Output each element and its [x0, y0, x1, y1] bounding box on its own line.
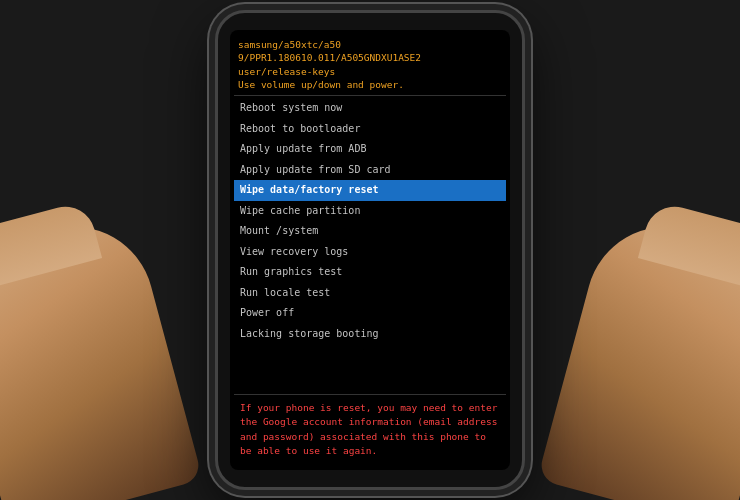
menu-item-7[interactable]: View recovery logs — [234, 242, 506, 263]
menu-item-6[interactable]: Mount /system — [234, 221, 506, 242]
warning-section: If your phone is reset, you may need to … — [234, 394, 506, 464]
menu-item-8[interactable]: Run graphics test — [234, 262, 506, 283]
menu-item-5[interactable]: Wipe cache partition — [234, 201, 506, 222]
menu-item-4[interactable]: Wipe data/factory reset — [234, 180, 506, 201]
phone: samsung/a50xtc/a50 9/PPR1.180610.011/A50… — [215, 10, 525, 490]
header-line-3: user/release-keys — [238, 65, 502, 78]
menu-item-0[interactable]: Reboot system now — [234, 98, 506, 119]
header-line-2: 9/PPR1.180610.011/A505GNDXU1ASE2 — [238, 51, 502, 64]
menu-item-3[interactable]: Apply update from SD card — [234, 160, 506, 181]
header-line-1: samsung/a50xtc/a50 — [238, 38, 502, 51]
menu-item-1[interactable]: Reboot to bootloader — [234, 119, 506, 140]
menu-section: Reboot system nowReboot to bootloaderApp… — [234, 98, 506, 392]
scene: samsung/a50xtc/a50 9/PPR1.180610.011/A50… — [0, 0, 740, 500]
menu-item-9[interactable]: Run locale test — [234, 283, 506, 304]
hand-left — [0, 209, 203, 500]
hand-right — [537, 209, 740, 500]
header-line-4: Use volume up/down and power. — [238, 78, 502, 91]
warning-text: If your phone is reset, you may need to … — [240, 401, 500, 458]
header-section: samsung/a50xtc/a50 9/PPR1.180610.011/A50… — [234, 36, 506, 96]
screen: samsung/a50xtc/a50 9/PPR1.180610.011/A50… — [230, 30, 510, 470]
menu-item-10[interactable]: Power off — [234, 303, 506, 324]
menu-item-2[interactable]: Apply update from ADB — [234, 139, 506, 160]
menu-item-11[interactable]: Lacking storage booting — [234, 324, 506, 345]
